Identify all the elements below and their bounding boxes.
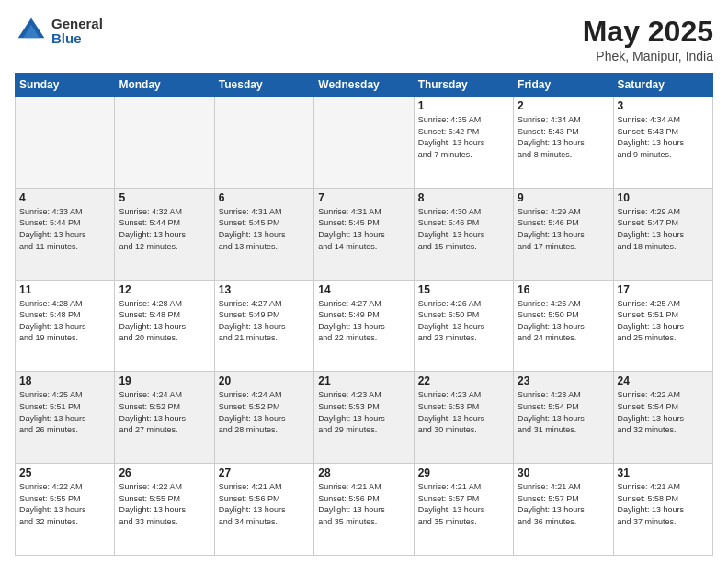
day-cell-0-5: 2Sunrise: 4:34 AM Sunset: 5:43 PM Daylig… — [514, 97, 613, 189]
header-friday: Friday — [514, 74, 613, 97]
day-number-4-5: 30 — [518, 466, 609, 479]
week-row-2: 11Sunrise: 4:28 AM Sunset: 5:48 PM Dayli… — [16, 280, 713, 372]
day-cell-2-4: 15Sunrise: 4:26 AM Sunset: 5:50 PM Dayli… — [414, 280, 513, 372]
day-number-0-5: 2 — [518, 99, 609, 112]
calendar-body: 1Sunrise: 4:35 AM Sunset: 5:42 PM Daylig… — [16, 97, 713, 556]
day-number-4-6: 31 — [618, 466, 709, 479]
logo-icon — [15, 15, 48, 48]
day-cell-2-2: 13Sunrise: 4:27 AM Sunset: 5:49 PM Dayli… — [214, 280, 313, 372]
day-info-2-6: Sunrise: 4:25 AM Sunset: 5:51 PM Dayligh… — [618, 298, 709, 344]
day-cell-3-2: 20Sunrise: 4:24 AM Sunset: 5:52 PM Dayli… — [214, 372, 313, 464]
day-info-4-0: Sunrise: 4:22 AM Sunset: 5:55 PM Dayligh… — [19, 481, 110, 527]
day-number-3-6: 24 — [618, 374, 709, 387]
day-cell-2-6: 17Sunrise: 4:25 AM Sunset: 5:51 PM Dayli… — [613, 280, 712, 372]
day-cell-4-0: 25Sunrise: 4:22 AM Sunset: 5:55 PM Dayli… — [16, 464, 115, 556]
day-info-4-4: Sunrise: 4:21 AM Sunset: 5:57 PM Dayligh… — [418, 481, 509, 527]
week-row-0: 1Sunrise: 4:35 AM Sunset: 5:42 PM Daylig… — [16, 97, 713, 189]
header-thursday: Thursday — [414, 74, 513, 97]
week-row-1: 4Sunrise: 4:33 AM Sunset: 5:44 PM Daylig… — [16, 188, 713, 280]
day-cell-2-5: 16Sunrise: 4:26 AM Sunset: 5:50 PM Dayli… — [514, 280, 613, 372]
day-number-4-3: 28 — [318, 466, 409, 479]
day-number-3-5: 23 — [518, 374, 609, 387]
day-number-2-3: 14 — [318, 283, 409, 296]
title-area: May 2025 Phek, Manipur, India — [583, 15, 713, 63]
day-cell-4-4: 29Sunrise: 4:21 AM Sunset: 5:57 PM Dayli… — [414, 464, 513, 556]
day-cell-3-5: 23Sunrise: 4:23 AM Sunset: 5:54 PM Dayli… — [514, 372, 613, 464]
day-info-3-6: Sunrise: 4:22 AM Sunset: 5:54 PM Dayligh… — [618, 389, 709, 435]
day-number-1-4: 8 — [418, 191, 509, 204]
day-cell-1-1: 5Sunrise: 4:32 AM Sunset: 5:44 PM Daylig… — [115, 188, 214, 280]
header-row: Sunday Monday Tuesday Wednesday Thursday… — [16, 74, 713, 97]
day-cell-2-0: 11Sunrise: 4:28 AM Sunset: 5:48 PM Dayli… — [16, 280, 115, 372]
day-number-1-6: 10 — [618, 191, 709, 204]
calendar-table: Sunday Monday Tuesday Wednesday Thursday… — [15, 73, 713, 556]
day-cell-0-0 — [16, 97, 115, 189]
day-info-2-1: Sunrise: 4:28 AM Sunset: 5:48 PM Dayligh… — [119, 298, 210, 344]
day-cell-3-4: 22Sunrise: 4:23 AM Sunset: 5:53 PM Dayli… — [414, 372, 513, 464]
day-number-2-5: 16 — [518, 283, 609, 296]
day-cell-1-6: 10Sunrise: 4:29 AM Sunset: 5:47 PM Dayli… — [613, 188, 712, 280]
header-monday: Monday — [115, 74, 214, 97]
day-cell-3-3: 21Sunrise: 4:23 AM Sunset: 5:53 PM Dayli… — [314, 372, 414, 464]
day-number-3-1: 19 — [119, 374, 210, 387]
day-cell-2-1: 12Sunrise: 4:28 AM Sunset: 5:48 PM Dayli… — [115, 280, 214, 372]
day-number-0-4: 1 — [418, 99, 509, 112]
header: General Blue May 2025 Phek, Manipur, Ind… — [15, 15, 713, 63]
logo-blue-text: Blue — [51, 31, 103, 47]
day-number-3-4: 22 — [418, 374, 509, 387]
week-row-4: 25Sunrise: 4:22 AM Sunset: 5:55 PM Dayli… — [16, 464, 713, 556]
day-number-4-2: 27 — [219, 466, 310, 479]
day-info-1-1: Sunrise: 4:32 AM Sunset: 5:44 PM Dayligh… — [119, 206, 210, 252]
day-cell-3-0: 18Sunrise: 4:25 AM Sunset: 5:51 PM Dayli… — [16, 372, 115, 464]
day-number-1-1: 5 — [119, 191, 210, 204]
day-info-1-3: Sunrise: 4:31 AM Sunset: 5:45 PM Dayligh… — [318, 206, 409, 252]
day-number-4-0: 25 — [19, 466, 110, 479]
day-cell-4-2: 27Sunrise: 4:21 AM Sunset: 5:56 PM Dayli… — [214, 464, 313, 556]
day-number-3-3: 21 — [318, 374, 409, 387]
day-info-1-0: Sunrise: 4:33 AM Sunset: 5:44 PM Dayligh… — [19, 206, 110, 252]
day-cell-4-5: 30Sunrise: 4:21 AM Sunset: 5:57 PM Dayli… — [514, 464, 613, 556]
day-info-1-2: Sunrise: 4:31 AM Sunset: 5:45 PM Dayligh… — [219, 206, 310, 252]
day-info-3-2: Sunrise: 4:24 AM Sunset: 5:52 PM Dayligh… — [219, 389, 310, 435]
day-cell-0-1 — [115, 97, 214, 189]
week-row-3: 18Sunrise: 4:25 AM Sunset: 5:51 PM Dayli… — [16, 372, 713, 464]
day-cell-3-6: 24Sunrise: 4:22 AM Sunset: 5:54 PM Dayli… — [613, 372, 712, 464]
day-info-2-3: Sunrise: 4:27 AM Sunset: 5:49 PM Dayligh… — [318, 298, 409, 344]
day-number-3-2: 20 — [219, 374, 310, 387]
day-info-2-5: Sunrise: 4:26 AM Sunset: 5:50 PM Dayligh… — [518, 298, 609, 344]
day-cell-0-4: 1Sunrise: 4:35 AM Sunset: 5:42 PM Daylig… — [414, 97, 513, 189]
header-saturday: Saturday — [613, 74, 712, 97]
day-cell-4-1: 26Sunrise: 4:22 AM Sunset: 5:55 PM Dayli… — [115, 464, 214, 556]
day-number-1-3: 7 — [318, 191, 409, 204]
day-info-1-6: Sunrise: 4:29 AM Sunset: 5:47 PM Dayligh… — [618, 206, 709, 252]
day-number-3-0: 18 — [19, 374, 110, 387]
day-info-3-5: Sunrise: 4:23 AM Sunset: 5:54 PM Dayligh… — [518, 389, 609, 435]
day-cell-3-1: 19Sunrise: 4:24 AM Sunset: 5:52 PM Dayli… — [115, 372, 214, 464]
day-number-2-0: 11 — [19, 283, 110, 296]
month-title: May 2025 — [583, 15, 713, 49]
day-info-2-2: Sunrise: 4:27 AM Sunset: 5:49 PM Dayligh… — [219, 298, 310, 344]
header-sunday: Sunday — [16, 74, 115, 97]
header-tuesday: Tuesday — [214, 74, 313, 97]
day-cell-4-6: 31Sunrise: 4:21 AM Sunset: 5:58 PM Dayli… — [613, 464, 712, 556]
day-info-3-0: Sunrise: 4:25 AM Sunset: 5:51 PM Dayligh… — [19, 389, 110, 435]
day-info-3-4: Sunrise: 4:23 AM Sunset: 5:53 PM Dayligh… — [418, 389, 509, 435]
day-cell-1-4: 8Sunrise: 4:30 AM Sunset: 5:46 PM Daylig… — [414, 188, 513, 280]
logo-text: General Blue — [51, 17, 103, 47]
day-number-2-2: 13 — [219, 283, 310, 296]
day-info-3-1: Sunrise: 4:24 AM Sunset: 5:52 PM Dayligh… — [119, 389, 210, 435]
day-number-1-2: 6 — [219, 191, 310, 204]
day-cell-0-6: 3Sunrise: 4:34 AM Sunset: 5:43 PM Daylig… — [613, 97, 712, 189]
day-info-0-5: Sunrise: 4:34 AM Sunset: 5:43 PM Dayligh… — [518, 114, 609, 160]
day-cell-1-3: 7Sunrise: 4:31 AM Sunset: 5:45 PM Daylig… — [314, 188, 414, 280]
day-info-4-3: Sunrise: 4:21 AM Sunset: 5:56 PM Dayligh… — [318, 481, 409, 527]
day-info-2-0: Sunrise: 4:28 AM Sunset: 5:48 PM Dayligh… — [19, 298, 110, 344]
day-number-2-6: 17 — [618, 283, 709, 296]
day-info-2-4: Sunrise: 4:26 AM Sunset: 5:50 PM Dayligh… — [418, 298, 509, 344]
day-number-0-6: 3 — [618, 99, 709, 112]
day-cell-1-2: 6Sunrise: 4:31 AM Sunset: 5:45 PM Daylig… — [214, 188, 313, 280]
day-cell-1-0: 4Sunrise: 4:33 AM Sunset: 5:44 PM Daylig… — [16, 188, 115, 280]
day-info-4-6: Sunrise: 4:21 AM Sunset: 5:58 PM Dayligh… — [618, 481, 709, 527]
day-number-1-0: 4 — [19, 191, 110, 204]
logo-general-text: General — [51, 17, 103, 32]
